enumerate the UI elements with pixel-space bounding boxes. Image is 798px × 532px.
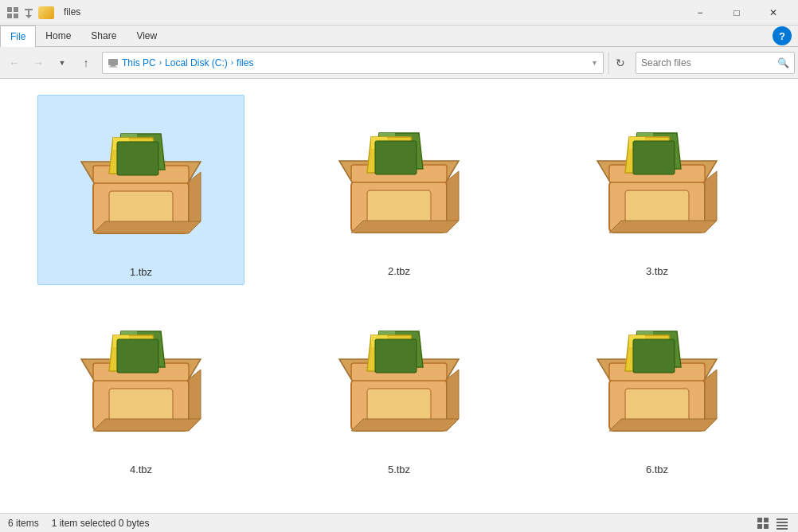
svg-rect-4 — [25, 9, 33, 10]
svg-rect-45 — [633, 141, 675, 174]
svg-marker-37 — [609, 221, 717, 233]
svg-marker-61 — [351, 419, 459, 431]
file-item[interactable]: 4.tbz — [37, 293, 244, 482]
svg-rect-57 — [117, 339, 158, 373]
file-item[interactable]: 3.tbz — [554, 95, 761, 285]
window-controls: − □ ✕ — [682, 0, 792, 25]
tab-home[interactable]: Home — [36, 25, 81, 46]
file-name: 6.tbz — [646, 464, 668, 475]
svg-rect-88 — [776, 525, 788, 526]
svg-rect-81 — [633, 339, 675, 373]
svg-rect-83 — [764, 518, 769, 522]
svg-rect-5 — [28, 10, 29, 15]
pin-icon — [22, 6, 35, 19]
file-name: 5.tbz — [388, 464, 410, 475]
back-button[interactable]: ← — [3, 52, 25, 74]
svg-rect-9 — [109, 66, 117, 67]
search-bar[interactable]: 🔍 — [636, 52, 795, 74]
forward-button[interactable]: → — [27, 52, 49, 74]
address-breadcrumb: This PC › Local Disk (C:) › files — [108, 57, 253, 68]
file-icon — [569, 101, 745, 260]
file-icon — [53, 299, 229, 459]
svg-marker-25 — [351, 221, 459, 233]
ribbon: File Home Share View ? — [0, 25, 798, 47]
file-name: 3.tbz — [646, 265, 668, 277]
svg-rect-87 — [776, 522, 788, 523]
window-title: files — [64, 6, 80, 19]
file-name: 1.tbz — [130, 266, 152, 278]
search-icon: 🔍 — [777, 57, 789, 68]
svg-marker-13 — [93, 221, 201, 233]
main-area: 1.tbz 2.tbz — [0, 79, 798, 513]
large-icons-view-button[interactable] — [755, 515, 771, 531]
svg-rect-8 — [111, 65, 115, 67]
crumb-this-pc[interactable]: This PC — [122, 57, 156, 68]
file-item[interactable]: 6.tbz — [554, 293, 761, 482]
address-dropdown-button[interactable]: ▼ — [591, 59, 598, 67]
svg-rect-89 — [776, 528, 788, 530]
tab-file[interactable]: File — [0, 25, 36, 47]
computer-icon — [108, 57, 119, 68]
search-input[interactable] — [641, 57, 777, 68]
item-count: 6 items — [8, 518, 39, 529]
statusbar-info: 6 items 1 item selected 0 bytes — [8, 518, 149, 529]
crumb-current-folder: files — [237, 57, 253, 68]
file-icon — [311, 299, 487, 459]
close-button[interactable]: ✕ — [755, 0, 792, 25]
up-button[interactable]: ↑ — [75, 52, 97, 74]
minimize-button[interactable]: − — [682, 0, 718, 25]
file-item[interactable]: 1.tbz — [37, 95, 244, 285]
recent-locations-button[interactable]: ▼ — [51, 52, 73, 74]
address-bar[interactable]: This PC › Local Disk (C:) › files ▼ — [102, 52, 604, 74]
file-name: 2.tbz — [388, 265, 410, 277]
help-button[interactable]: ? — [773, 26, 792, 45]
svg-rect-1 — [14, 7, 18, 12]
statusbar-view-controls — [755, 515, 790, 531]
details-view-button[interactable] — [774, 515, 790, 531]
statusbar: 6 items 1 item selected 0 bytes — [0, 513, 798, 532]
folder-icon — [38, 6, 54, 19]
svg-rect-85 — [764, 524, 769, 529]
file-item[interactable]: 2.tbz — [295, 95, 503, 285]
system-menu-icon — [6, 6, 19, 19]
svg-rect-84 — [757, 524, 762, 529]
svg-rect-3 — [14, 14, 18, 18]
ribbon-tab-list: File Home Share View ? — [0, 25, 798, 46]
file-grid: 1.tbz 2.tbz — [8, 87, 790, 490]
svg-marker-49 — [93, 419, 201, 431]
file-icon — [53, 102, 229, 261]
selection-info: 1 item selected 0 bytes — [52, 518, 150, 529]
titlebar: files − □ ✕ — [0, 0, 798, 25]
tab-share[interactable]: Share — [81, 25, 127, 46]
svg-rect-33 — [375, 141, 417, 174]
svg-rect-0 — [7, 7, 12, 12]
file-item[interactable]: 5.tbz — [295, 293, 503, 482]
navigation-bar: ← → ▼ ↑ This PC › Local Disk (C:) › file… — [0, 47, 798, 79]
file-icon — [569, 299, 745, 459]
svg-rect-86 — [776, 518, 788, 520]
svg-marker-6 — [25, 15, 32, 18]
crumb-local-disk[interactable]: Local Disk (C:) — [165, 57, 228, 68]
file-name: 4.tbz — [130, 464, 152, 475]
tab-view[interactable]: View — [127, 25, 167, 46]
svg-rect-69 — [375, 339, 417, 373]
svg-rect-21 — [117, 142, 158, 175]
svg-rect-7 — [108, 59, 118, 65]
svg-marker-73 — [609, 419, 717, 431]
maximize-button[interactable]: □ — [718, 0, 755, 25]
svg-rect-2 — [7, 14, 12, 18]
titlebar-icon-group: files — [6, 6, 80, 19]
file-icon — [311, 101, 487, 260]
refresh-button[interactable]: ↻ — [608, 52, 631, 74]
content-area: 1.tbz 2.tbz — [0, 79, 798, 513]
svg-rect-82 — [757, 518, 762, 522]
